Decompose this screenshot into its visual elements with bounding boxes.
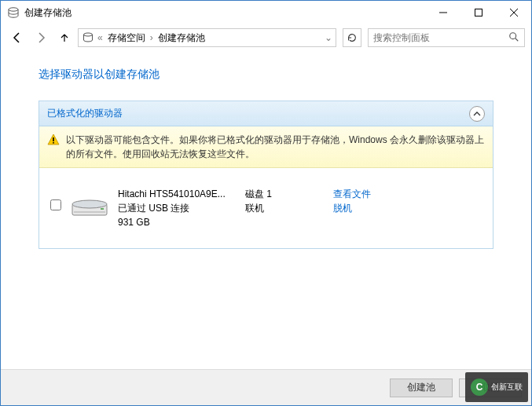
view-files-link[interactable]: 查看文件 (333, 187, 371, 201)
storage-icon (82, 31, 94, 44)
content-area: 选择驱动器以创建存储池 已格式化的驱动器 以下驱动器可能包含文件。如果你将已格式… (1, 52, 531, 369)
watermark-logo: C (471, 379, 488, 396)
page-title: 选择驱动器以创建存储池 (39, 68, 493, 82)
formatted-drives-panel: 已格式化的驱动器 以下驱动器可能包含文件。如果你将已格式化的驱动器用于存储池，W… (39, 101, 493, 249)
disk-label: 磁盘 1 (245, 187, 324, 201)
breadcrumb-item[interactable]: 创建存储池 (156, 31, 207, 45)
search-icon (508, 31, 519, 45)
window-buttons (425, 1, 531, 24)
watermark: C 创新互联 (465, 372, 528, 402)
svg-rect-13 (101, 208, 104, 210)
search-box[interactable] (368, 28, 525, 47)
svg-rect-8 (53, 137, 54, 141)
storage-icon (7, 6, 20, 19)
drive-connection: 已通过 USB 连接 (118, 201, 236, 215)
svg-line-7 (515, 38, 519, 41)
create-pool-button[interactable]: 创建池 (390, 379, 453, 397)
search-input[interactable] (373, 32, 499, 43)
svg-rect-2 (475, 9, 482, 16)
chevron-right-icon: › (150, 32, 153, 43)
disk-status: 联机 (245, 201, 324, 215)
drive-size: 931 GB (118, 215, 236, 229)
drive-checkbox[interactable] (50, 199, 61, 210)
maximize-button[interactable] (460, 1, 496, 24)
warning-icon (47, 134, 60, 146)
drive-status-col: 磁盘 1 联机 (245, 187, 324, 215)
minimize-button[interactable] (425, 1, 460, 24)
svg-point-6 (510, 32, 516, 38)
back-button[interactable] (7, 27, 28, 48)
drive-actions-col: 查看文件 脱机 (333, 187, 371, 215)
watermark-text: 创新互联 (491, 383, 523, 391)
up-button[interactable] (54, 27, 75, 48)
chevron-down-icon[interactable]: ⌄ (325, 32, 332, 43)
svg-point-11 (72, 200, 107, 208)
warning-banner: 以下驱动器可能包含文件。如果你将已格式化的驱动器用于存储池，Windows 会永… (39, 126, 493, 168)
forward-button[interactable] (31, 27, 51, 48)
drive-info-col: Hitachi HTS541010A9E... 已通过 USB 连接 931 G… (118, 187, 236, 229)
breadcrumb-item[interactable]: 存储空间 (106, 31, 147, 45)
offline-link[interactable]: 脱机 (333, 201, 371, 215)
refresh-button[interactable] (343, 28, 361, 47)
navigation-bar: « 存储空间 › 创建存储池 ⌄ (1, 24, 531, 51)
footer-bar: 创建池 取消 (1, 369, 531, 405)
drive-row: Hitachi HTS541010A9E... 已通过 USB 连接 931 G… (39, 168, 493, 248)
warning-text: 以下驱动器可能包含文件。如果你将已格式化的驱动器用于存储池，Windows 会永… (66, 133, 485, 161)
svg-point-5 (84, 33, 93, 36)
title-bar: 创建存储池 (1, 1, 531, 24)
drive-name: Hitachi HTS541010A9E... (118, 187, 236, 201)
collapse-button[interactable] (469, 106, 485, 122)
panel-header[interactable]: 已格式化的驱动器 (39, 101, 493, 126)
breadcrumb-sep: « (97, 32, 103, 43)
close-button[interactable] (496, 1, 531, 24)
window-title: 创建存储池 (24, 6, 425, 20)
hard-drive-icon (71, 193, 108, 218)
svg-rect-9 (53, 142, 54, 144)
svg-point-0 (9, 8, 18, 11)
breadcrumb[interactable]: « 存储空间 › 创建存储池 ⌄ (78, 28, 336, 47)
panel-title: 已格式化的驱动器 (47, 107, 123, 120)
